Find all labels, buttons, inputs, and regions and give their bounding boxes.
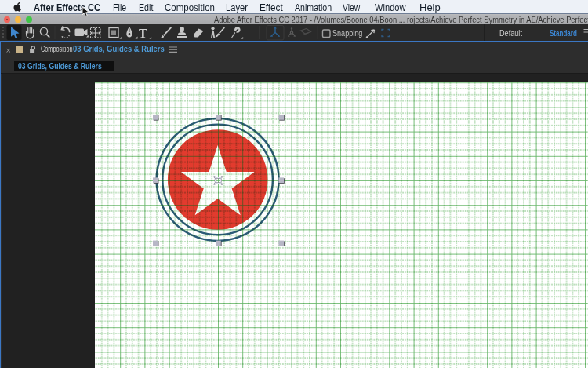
svg-text:T: T xyxy=(139,26,147,39)
